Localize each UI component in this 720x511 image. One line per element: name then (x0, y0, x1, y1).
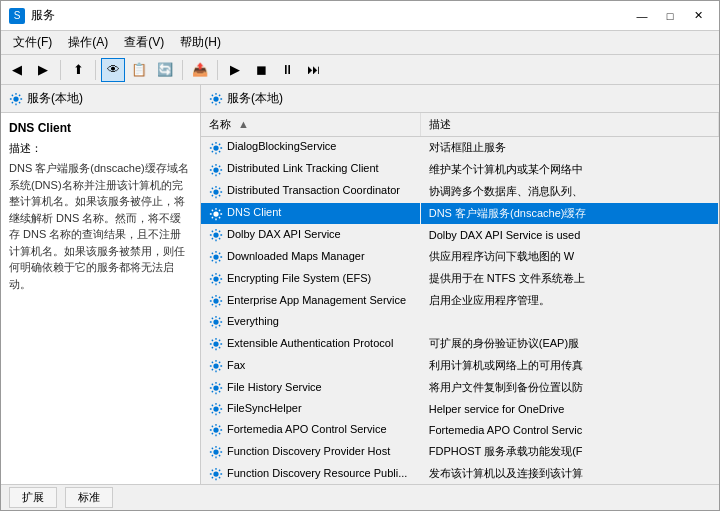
toolbar-sep-2 (95, 60, 96, 80)
right-panel-icon (209, 92, 223, 106)
services-window: S 服务 — □ ✕ 文件(F) 操作(A) 查看(V) 帮助(H) ◀ ▶ ⬆… (0, 0, 720, 511)
svg-point-15 (213, 428, 218, 433)
table-row[interactable]: Function Discovery Resource Publi...发布该计… (201, 463, 719, 484)
service-desc-cell: 维护某个计算机内或某个网络中 (420, 159, 718, 181)
table-row[interactable]: FileSyncHelperHelper service for OneDriv… (201, 399, 719, 420)
pause-button[interactable]: ⏸ (275, 58, 299, 82)
svg-point-10 (213, 320, 218, 325)
service-name-text: FileSyncHelper (227, 402, 302, 414)
up-button[interactable]: ⬆ (66, 58, 90, 82)
table-row[interactable]: Encrypting File System (EFS)提供用于在 NTFS 文… (201, 268, 719, 290)
service-name-cell: Function Discovery Resource Publi... (201, 463, 420, 484)
toolbar-sep-3 (182, 60, 183, 80)
service-desc-cell: 利用计算机或网络上的可用传真 (420, 355, 718, 377)
app-icon: S (9, 8, 25, 24)
service-name-text: Fax (227, 359, 245, 371)
desc-title: 描述： (9, 141, 192, 156)
service-name-cell: Distributed Link Tracking Client (201, 159, 420, 181)
menu-file[interactable]: 文件(F) (5, 32, 60, 53)
table-row[interactable]: Distributed Link Tracking Client维护某个计算机内… (201, 159, 719, 181)
service-icon (209, 423, 227, 435)
service-icon (209, 140, 227, 152)
left-panel-title: 服务(本地) (27, 90, 83, 107)
service-icon (209, 294, 227, 306)
table-row[interactable]: DNS ClientDNS 客户端服务(dnscache)缓存 (201, 203, 719, 225)
service-icon (209, 359, 227, 371)
service-desc-cell: 可扩展的身份验证协议(EAP)服 (420, 333, 718, 355)
stop-button[interactable]: ◼ (249, 58, 273, 82)
service-name-cell: File History Service (201, 377, 420, 399)
desc-text: DNS 客户端服务(dnscache)缓存域名系统(DNS)名称并注册该计算机的… (9, 160, 192, 292)
service-name-text: DialogBlockingService (227, 140, 336, 152)
service-name-cell: Everything (201, 312, 420, 333)
standard-button[interactable]: 标准 (65, 487, 113, 508)
table-row[interactable]: DialogBlockingService对话框阻止服务 (201, 137, 719, 159)
service-name-text: Downloaded Maps Manager (227, 250, 365, 262)
svg-point-6 (213, 232, 218, 237)
service-name-cell: Fax (201, 355, 420, 377)
service-name-cell: Downloaded Maps Manager (201, 246, 420, 268)
back-button[interactable]: ◀ (5, 58, 29, 82)
svg-point-2 (213, 145, 218, 150)
service-icon (209, 228, 227, 240)
service-desc-cell: DNS 客户端服务(dnscache)缓存 (420, 203, 718, 225)
title-bar-left: S 服务 (9, 7, 55, 24)
left-panel-header: 服务(本地) (1, 85, 200, 113)
table-row[interactable]: Downloaded Maps Manager供应用程序访问下载地图的 W (201, 246, 719, 268)
service-name-cell: Dolby DAX API Service (201, 225, 420, 246)
service-name-text: Distributed Transaction Coordinator (227, 184, 400, 196)
service-name-text: Distributed Link Tracking Client (227, 162, 379, 174)
service-icon (209, 162, 227, 174)
service-desc-cell: 启用企业应用程序管理。 (420, 290, 718, 312)
table-row[interactable]: Distributed Transaction Coordinator协调跨多个… (201, 181, 719, 203)
table-row[interactable]: File History Service将用户文件复制到备份位置以防 (201, 377, 719, 399)
right-panel-header: 服务(本地) (201, 85, 719, 113)
services-table[interactable]: 名称 ▲ 描述 DialogBlockingService对话框阻止服务Dist… (201, 113, 719, 484)
service-name-cell: Function Discovery Provider Host (201, 441, 420, 463)
svg-point-0 (13, 96, 18, 101)
service-desc-cell: Helper service for OneDrive (420, 399, 718, 420)
start-button[interactable]: ▶ (223, 58, 247, 82)
col-header-name[interactable]: 名称 ▲ (201, 113, 420, 137)
forward-button[interactable]: ▶ (31, 58, 55, 82)
table-row[interactable]: Extensible Authentication Protocol可扩展的身份… (201, 333, 719, 355)
maximize-button[interactable]: □ (657, 6, 683, 26)
service-desc-cell: 协调跨多个数据库、消息队列、 (420, 181, 718, 203)
col-header-desc[interactable]: 描述 (420, 113, 718, 137)
show-hide-button[interactable]: 👁 (101, 58, 125, 82)
service-icon (209, 206, 227, 218)
minimize-button[interactable]: — (629, 6, 655, 26)
table-row[interactable]: Enterprise App Management Service启用企业应用程… (201, 290, 719, 312)
svg-point-8 (213, 276, 218, 281)
service-name-text: File History Service (227, 381, 322, 393)
toolbar-sep-4 (217, 60, 218, 80)
export-button[interactable]: 📤 (188, 58, 212, 82)
right-panel-title: 服务(本地) (227, 90, 283, 107)
service-icon (209, 381, 227, 393)
main-content: 服务(本地) DNS Client 描述： DNS 客户端服务(dnscache… (1, 85, 719, 484)
service-desc-cell: 将用户文件复制到备份位置以防 (420, 377, 718, 399)
table-row[interactable]: Dolby DAX API ServiceDolby DAX API Servi… (201, 225, 719, 246)
menu-action[interactable]: 操作(A) (60, 32, 116, 53)
service-name-cell: DialogBlockingService (201, 137, 420, 159)
toolbar: ◀ ▶ ⬆ 👁 📋 🔄 📤 ▶ ◼ ⏸ ⏭ (1, 55, 719, 85)
service-icon (209, 467, 227, 479)
table-row[interactable]: Fortemedia APO Control ServiceFortemedia… (201, 420, 719, 441)
restart-button[interactable]: ⏭ (301, 58, 325, 82)
selected-service-name: DNS Client (9, 121, 192, 135)
menu-help[interactable]: 帮助(H) (172, 32, 229, 53)
services-icon (9, 92, 23, 106)
expand-button[interactable]: 扩展 (9, 487, 57, 508)
properties-button[interactable]: 📋 (127, 58, 151, 82)
table-row[interactable]: Fax利用计算机或网络上的可用传真 (201, 355, 719, 377)
table-row[interactable]: Function Discovery Provider HostFDPHOST … (201, 441, 719, 463)
close-button[interactable]: ✕ (685, 6, 711, 26)
menu-view[interactable]: 查看(V) (116, 32, 172, 53)
refresh-button[interactable]: 🔄 (153, 58, 177, 82)
status-bar: 扩展 标准 (1, 484, 719, 510)
service-desc-cell: 供应用程序访问下载地图的 W (420, 246, 718, 268)
service-name-text: Everything (227, 315, 279, 327)
table-row[interactable]: Everything (201, 312, 719, 333)
svg-point-16 (213, 449, 218, 454)
svg-point-14 (213, 407, 218, 412)
